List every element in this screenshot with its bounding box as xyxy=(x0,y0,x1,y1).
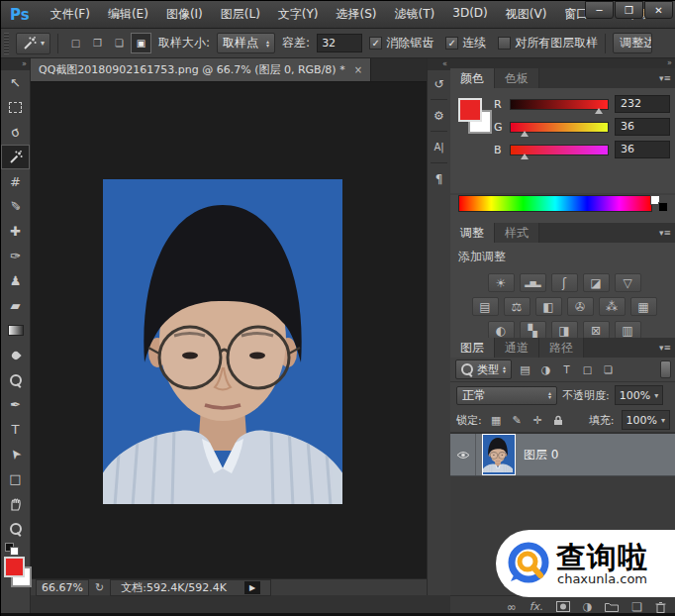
tool-path-selection[interactable]: ➤ xyxy=(1,442,30,466)
subtract-from-selection-button[interactable]: ❏ xyxy=(109,33,130,53)
visibility-toggle[interactable] xyxy=(450,434,476,475)
tool-rectangle-shape[interactable]: □ xyxy=(1,466,30,491)
channel-value-G[interactable]: 36 xyxy=(615,118,670,136)
tool-brush[interactable]: ✑ xyxy=(1,244,30,268)
layer-style-fx-button[interactable]: fx. xyxy=(530,600,543,613)
tool-crop[interactable]: # xyxy=(1,169,30,194)
lock-all-button[interactable] xyxy=(551,413,566,428)
tool-pen[interactable]: ✒ xyxy=(1,392,30,417)
expand-dock-icon[interactable]: « xyxy=(428,58,450,70)
menu-item-0[interactable]: 文件(F) xyxy=(42,6,99,23)
tool-blur[interactable] xyxy=(1,343,30,367)
intersect-selection-button[interactable]: ▣ xyxy=(131,33,151,53)
filter-toggle-switch[interactable] xyxy=(660,360,671,378)
new-layer-button[interactable]: ❏ xyxy=(631,600,642,614)
new-group-button[interactable] xyxy=(605,601,619,612)
tool-magic-wand[interactable] xyxy=(1,145,30,169)
collapse-panels-icon[interactable]: » xyxy=(450,58,675,68)
delete-layer-button[interactable] xyxy=(655,601,666,613)
adjustments-tab-0[interactable]: 调整 xyxy=(450,223,495,243)
dock-history-panel[interactable]: ↺ xyxy=(428,70,450,97)
hue-saturation-button[interactable]: ▤ xyxy=(472,297,499,316)
checkbox-0[interactable]: ✓ xyxy=(369,37,382,50)
menu-item-3[interactable]: 图层(L) xyxy=(212,6,269,23)
menu-item-7[interactable]: 3D(D) xyxy=(443,6,496,23)
photo-filter-button[interactable]: ✇ xyxy=(567,297,594,316)
menu-item-6[interactable]: 滤镜(T) xyxy=(386,6,444,23)
black-swatch[interactable] xyxy=(658,202,668,212)
minimize-button[interactable]: ─ xyxy=(585,1,614,19)
lock-paint-button[interactable]: ✎ xyxy=(510,413,525,428)
black-white-button[interactable]: ◧ xyxy=(535,297,562,316)
channel-slider-G[interactable] xyxy=(510,122,609,133)
tool-clone-stamp[interactable]: ♟ xyxy=(1,268,30,293)
blend-mode-dropdown[interactable]: 正常 ▴▾ xyxy=(456,386,557,405)
foreground-color-swatch[interactable] xyxy=(458,98,482,122)
maximize-button[interactable]: ❐ xyxy=(615,1,643,19)
channel-mixer-button[interactable]: ⁂ xyxy=(599,297,626,316)
color-spectrum-bar[interactable] xyxy=(458,195,652,212)
channel-value-B[interactable]: 36 xyxy=(615,141,670,158)
layer-thumbnail[interactable] xyxy=(482,434,516,475)
new-selection-button[interactable]: □ xyxy=(65,33,86,53)
menu-item-8[interactable]: 视图(V) xyxy=(497,6,556,23)
levels-button[interactable]: ▂▅▂ xyxy=(520,273,546,292)
active-tool-preview[interactable]: ▾ xyxy=(16,33,50,54)
close-button[interactable]: ✕ xyxy=(644,1,673,19)
fill-dropdown[interactable]: 100% ▾ xyxy=(622,410,670,430)
curves-button[interactable]: ʃ xyxy=(551,273,578,292)
collapse-tools-icon[interactable]: » xyxy=(1,58,30,70)
adjustments-tab-1[interactable]: 样式 xyxy=(495,223,539,243)
document-tab[interactable]: QQ截图20180902161753.png @ 66.7% (图层 0, RG… xyxy=(31,58,371,81)
tool-lasso[interactable]: σ xyxy=(1,120,30,145)
tool-gradient[interactable] xyxy=(1,318,30,343)
zoom-level[interactable]: 66.67% xyxy=(36,579,89,596)
add-to-selection-button[interactable]: ❐ xyxy=(87,33,108,53)
tool-move[interactable]: ↖ xyxy=(1,70,30,95)
tool-rectangular-marquee[interactable] xyxy=(1,95,30,120)
tool-eyedropper[interactable]: ✐ xyxy=(1,194,30,219)
tool-healing-brush[interactable]: ✚ xyxy=(1,219,30,244)
vibrance-button[interactable]: ▽ xyxy=(615,273,641,292)
tool-dodge[interactable] xyxy=(1,367,30,392)
sample-size-dropdown[interactable]: 取样点 ▴▾ xyxy=(217,33,275,53)
color-tab-0[interactable]: 颜色 xyxy=(450,68,495,88)
tool-zoom[interactable] xyxy=(1,516,30,541)
lock-transparency-button[interactable]: ▦ xyxy=(489,413,504,428)
shape-layer-filter-button[interactable]: □ xyxy=(579,361,596,378)
refine-edge-button[interactable]: 调整边缘 xyxy=(613,33,652,53)
dock-properties-panel[interactable]: ⚙ xyxy=(428,102,450,129)
add-mask-button[interactable] xyxy=(556,601,570,612)
canvas[interactable] xyxy=(31,82,427,578)
dock-character-panel[interactable]: A| xyxy=(428,134,450,160)
adjustment-layer-filter-button[interactable]: ◑ xyxy=(537,361,554,378)
channel-value-R[interactable]: 232 xyxy=(615,95,670,113)
type-layer-filter-button[interactable]: T xyxy=(558,361,575,378)
channel-slider-R[interactable] xyxy=(510,99,609,110)
new-adjustment-button[interactable]: ◑ xyxy=(583,600,593,613)
panel-menu-icon[interactable]: ▾≡ xyxy=(659,343,671,353)
brightness-contrast-button[interactable]: ☀ xyxy=(488,273,515,292)
link-layers-button[interactable]: ∞ xyxy=(507,600,517,614)
layer-filter-type-dropdown[interactable]: 类型 ▴▾ xyxy=(455,359,512,379)
checkbox-2[interactable] xyxy=(498,37,511,50)
menu-item-4[interactable]: 文字(Y) xyxy=(269,6,328,23)
status-cycle-icon[interactable]: ↻ xyxy=(95,581,104,594)
channel-slider-B[interactable] xyxy=(510,145,609,155)
exposure-button[interactable]: ◪ xyxy=(583,273,610,292)
foreground-color-swatch[interactable] xyxy=(4,557,25,577)
checkbox-1[interactable]: ✓ xyxy=(445,37,458,50)
tolerance-input[interactable]: 32 xyxy=(317,34,362,52)
tool-hand[interactable] xyxy=(1,491,30,516)
panel-menu-icon[interactable]: ▾≡ xyxy=(659,73,671,83)
options-grip-handle[interactable] xyxy=(4,33,9,54)
swap-colors-icon[interactable] xyxy=(10,547,19,556)
panel-menu-icon[interactable]: ▾≡ xyxy=(659,228,671,238)
slider-thumb-icon[interactable] xyxy=(595,108,603,114)
status-options-icon[interactable]: ▶ xyxy=(244,581,260,594)
close-icon[interactable]: × xyxy=(354,64,362,75)
layers-tab-1[interactable]: 通道 xyxy=(495,338,539,358)
layers-tab-0[interactable]: 图层 xyxy=(450,338,495,358)
slider-thumb-icon[interactable] xyxy=(521,131,529,137)
opacity-dropdown[interactable]: 100% ▾ xyxy=(615,385,663,405)
